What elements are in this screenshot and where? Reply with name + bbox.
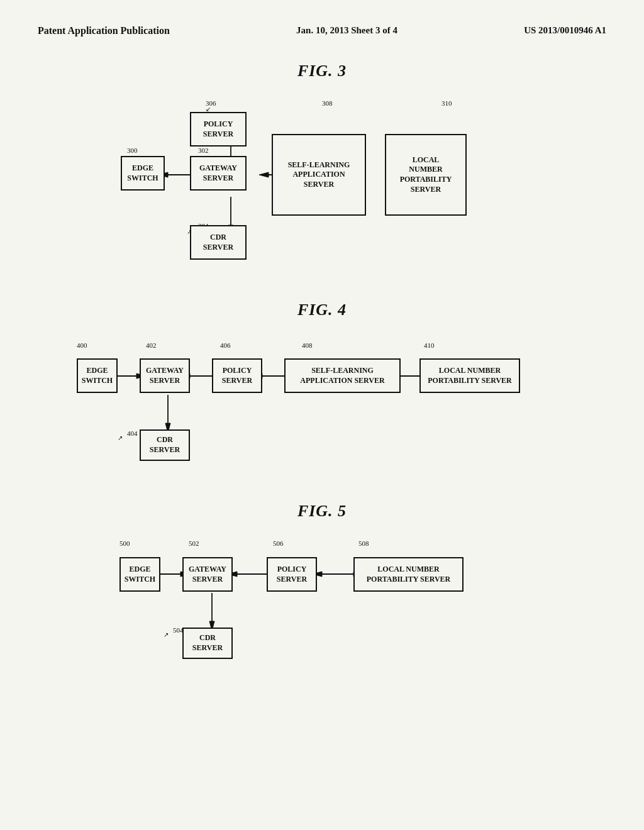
fig4-box-402: GATEWAYSERVER <box>140 358 190 393</box>
fig4-box-406: POLICYSERVER <box>212 358 262 393</box>
fig3-box-302: GATEWAYSERVER <box>190 156 247 191</box>
fig4-label-410: 410 <box>424 341 435 349</box>
fig5-title: FIG. 5 <box>38 502 606 521</box>
fig3-diagram: 306 ↙ 308 310 300 302 304 ↗ POLICYSERVER… <box>108 93 536 269</box>
fig5-label-508: 508 <box>358 540 369 547</box>
fig5-box-500: EDGESWITCH <box>119 557 160 592</box>
fig5-box-504: CDRSERVER <box>182 628 233 659</box>
fig3-box-300: EDGESWITCH <box>121 156 165 191</box>
fig4-label-400: 400 <box>77 341 87 349</box>
fig4-label-402: 402 <box>146 341 157 349</box>
fig5-box-508: LOCAL NUMBERPORTABILITY SERVER <box>353 557 464 592</box>
fig5-label-506: 506 <box>273 540 284 547</box>
fig3-label-302: 302 <box>198 147 209 154</box>
fig4-box-400: EDGESWITCH <box>77 358 118 393</box>
fig3-title: FIG. 3 <box>38 62 606 80</box>
svg-marker-8 <box>259 172 269 177</box>
fig3-box-306: POLICYSERVER <box>190 112 247 147</box>
page: Patent Application Publication Jan. 10, … <box>0 0 644 830</box>
fig4-label-408: 408 <box>302 341 313 349</box>
fig4-box-408: SELF-LEARNINGAPPLICATION SERVER <box>284 358 401 393</box>
fig5-box-502: GATEWAYSERVER <box>182 557 233 592</box>
fig4-box-404: CDRSERVER <box>140 429 190 461</box>
header: Patent Application Publication Jan. 10, … <box>38 25 606 36</box>
fig3-box-304: CDRSERVER <box>190 225 247 260</box>
fig3-label-310: 310 <box>441 99 452 107</box>
header-right: US 2013/0010946 A1 <box>524 25 606 36</box>
fig3-label-300: 300 <box>127 147 138 154</box>
fig3-box-308: SELF-LEARNINGAPPLICATIONSERVER <box>272 134 366 216</box>
fig4-title: FIG. 4 <box>38 301 606 319</box>
fig5-diagram: 500 502 506 508 504 ↗ EDGESWITCH GATEWAY… <box>108 533 536 665</box>
fig4-label-406: 406 <box>220 341 231 349</box>
header-center: Jan. 10, 2013 Sheet 3 of 4 <box>296 25 397 36</box>
fig5-label-500: 500 <box>119 540 130 547</box>
fig3-label-308: 308 <box>322 99 333 107</box>
fig3-box-310: LOCALNUMBERPORTABILITYSERVER <box>385 134 467 216</box>
fig5-label-502: 502 <box>189 540 199 547</box>
fig5-box-506: POLICYSERVER <box>267 557 317 592</box>
fig4-diagram: 400 402 406 408 410 404 ↗ EDGESWITCH GAT… <box>64 332 580 470</box>
header-left: Patent Application Publication <box>38 25 170 36</box>
fig4-box-410: LOCAL NUMBERPORTABILITY SERVER <box>419 358 520 393</box>
fig4-label-404: 404 <box>127 429 138 437</box>
